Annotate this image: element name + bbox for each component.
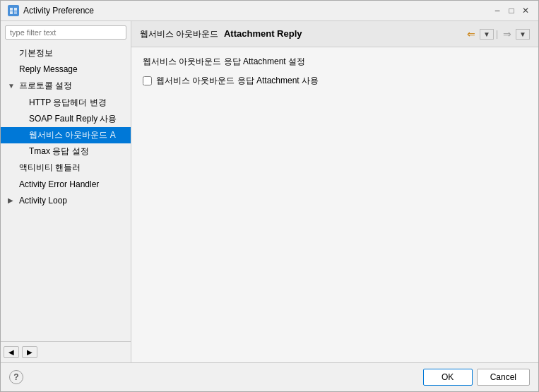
svg-rect-0 <box>10 8 13 11</box>
tree-item-label: Activity Loop <box>19 194 67 208</box>
tree-item-label: SOAP Fault Reply 사용 <box>29 112 117 126</box>
back-arrow-button[interactable]: ⇐ <box>464 27 478 41</box>
separator: | <box>496 29 498 39</box>
tree-item-label: 웹서비스 아웃바운드 A <box>29 129 116 142</box>
tree-item-web-outbound[interactable]: 웹서비스 아웃바운드 A <box>1 127 131 143</box>
forward-dropdown-button[interactable]: ▼ <box>516 29 530 40</box>
dialog: Activity Preference – □ ✕ 기본정보Reply Mess… <box>0 0 539 392</box>
content-area: 기본정보Reply Message▼프로토콜 설정HTTP 응답헤더 변경SOA… <box>1 21 538 362</box>
svg-rect-3 <box>14 11 17 14</box>
svg-rect-2 <box>10 11 13 14</box>
right-content: 웹서비스 아웃바운드 응답 Attachment 설정 웹서비스 아웃바운드 응… <box>131 47 538 362</box>
attachment-checkbox[interactable] <box>143 76 152 85</box>
tree-item-soap-fault[interactable]: SOAP Fault Reply 사용 <box>1 111 131 127</box>
tree-item-기본정보[interactable]: 기본정보 <box>1 45 131 61</box>
left-panel: 기본정보Reply Message▼프로토콜 설정HTTP 응답헤더 변경SOA… <box>1 21 131 362</box>
tree-item-reply-message[interactable]: Reply Message <box>1 61 131 78</box>
right-panel: 웹서비스 아웃바운드 Attachment Reply ⇐ ▼ | ⇒ ▼ 웹서… <box>131 21 538 362</box>
bottom-bar: ? OK Cancel <box>1 362 538 391</box>
tree: 기본정보Reply Message▼프로토콜 설정HTTP 응답헤더 변경SOA… <box>1 44 131 341</box>
scroll-left-button[interactable]: ◀ <box>4 346 19 358</box>
tree-item-label: Tmax 응답 설정 <box>29 145 89 158</box>
minimize-button[interactable]: – <box>492 5 503 16</box>
tree-item-tmax[interactable]: Tmax 응답 설정 <box>1 143 131 160</box>
right-header-actions: ⇐ ▼ | ⇒ ▼ <box>464 27 530 41</box>
tree-expand-icon[interactable]: ▼ <box>8 81 16 92</box>
tree-item-http-header[interactable]: HTTP 응답헤더 변경 <box>1 95 131 111</box>
forward-arrow-button[interactable]: ⇒ <box>500 27 514 41</box>
close-button[interactable]: ✕ <box>520 5 531 16</box>
help-button[interactable]: ? <box>9 370 23 384</box>
title-bar: Activity Preference – □ ✕ <box>1 1 538 21</box>
ok-button[interactable]: OK <box>423 369 473 386</box>
tree-expand-icon[interactable]: ▶ <box>8 195 16 206</box>
title-bar-left: Activity Preference <box>8 5 94 16</box>
right-header: 웹서비스 아웃바운드 Attachment Reply ⇐ ▼ | ⇒ ▼ <box>131 21 538 47</box>
dialog-buttons: OK Cancel <box>423 369 530 386</box>
maximize-button[interactable]: □ <box>506 5 517 16</box>
tree-item-activity-loop[interactable]: ▶Activity Loop <box>1 193 131 209</box>
dialog-title: Activity Preference <box>23 6 94 16</box>
tree-item-label: Reply Message <box>19 63 78 76</box>
tree-item-activity-error-handler[interactable]: Activity Error Handler <box>1 177 131 193</box>
tree-item-label: 프로토콜 설정 <box>19 79 72 93</box>
checkbox-row: 웹서비스 아웃바운드 응답 Attachment 사용 <box>143 75 527 87</box>
right-panel-title: 웹서비스 아웃바운드 Attachment Reply <box>140 28 302 40</box>
filter-input[interactable] <box>5 25 126 40</box>
back-dropdown-button[interactable]: ▼ <box>480 29 494 40</box>
tree-item-label: HTTP 응답헤더 변경 <box>29 96 107 109</box>
tree-item-label: 기본정보 <box>19 47 53 60</box>
right-panel-title-english: Attachment Reply <box>224 28 302 39</box>
scroll-right-button[interactable]: ▶ <box>22 346 37 358</box>
left-panel-bottom: ◀ ▶ <box>1 341 131 362</box>
tree-item-프로토콜설정[interactable]: ▼프로토콜 설정 <box>1 78 131 94</box>
section-title: 웹서비스 아웃바운드 응답 Attachment 설정 <box>143 56 527 68</box>
cancel-button[interactable]: Cancel <box>477 369 530 386</box>
tree-item-액티비티핸들러[interactable]: 액티비티 핸들러 <box>1 160 131 176</box>
attachment-checkbox-label[interactable]: 웹서비스 아웃바운드 응답 Attachment 사용 <box>156 75 319 87</box>
tree-item-label: 액티비티 핸들러 <box>19 161 81 174</box>
tree-item-label: Activity Error Handler <box>19 178 99 191</box>
app-icon <box>8 5 19 16</box>
title-controls: – □ ✕ <box>492 5 531 16</box>
svg-rect-1 <box>14 8 17 11</box>
right-panel-title-korean: 웹서비스 아웃바운드 <box>140 29 218 39</box>
